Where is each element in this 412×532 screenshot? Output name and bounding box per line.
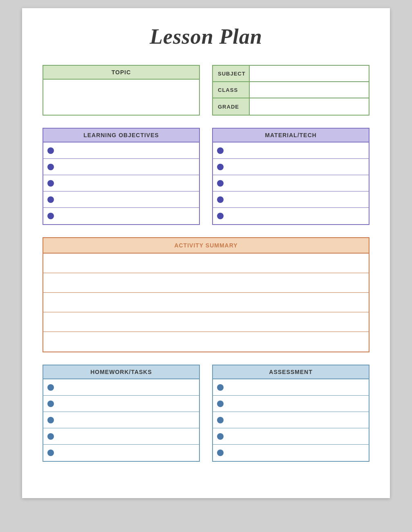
activity-row-3[interactable] (43, 312, 369, 332)
assess-row-4[interactable] (213, 445, 369, 461)
bullet-dot-3 (47, 196, 54, 203)
assessment-header: ASSESSMENT (213, 365, 369, 379)
subject-label-2: GRADE (213, 98, 250, 115)
hw-row-0[interactable] (43, 379, 199, 396)
mat-dot-0 (217, 147, 224, 154)
top-row: TOPIC SUBJECT CLASS GRADE (43, 65, 369, 116)
obj-row-3[interactable] (43, 191, 199, 208)
subject-value-0[interactable] (250, 66, 369, 81)
assessment-box: ASSESSMENT (212, 365, 369, 462)
bullet-dot-1 (47, 164, 54, 170)
activity-row-0[interactable] (43, 254, 369, 273)
subject-row-1: CLASS (213, 82, 369, 98)
bullet-dot-0 (47, 147, 54, 154)
subject-value-1[interactable] (250, 82, 369, 98)
assess-dot-4 (217, 450, 224, 456)
homework-box: HOMEWORK/TASKS (43, 365, 200, 462)
activity-row-1[interactable] (43, 273, 369, 293)
hw-row-1[interactable] (43, 396, 199, 412)
topic-header: TOPIC (43, 66, 199, 80)
activity-row-2[interactable] (43, 293, 369, 312)
objectives-box: LEARNING OBJECTIVES (43, 128, 200, 225)
material-header: MATERIAL/TECH (213, 129, 369, 142)
subject-row-2: GRADE (213, 98, 369, 115)
topic-box: TOPIC (43, 65, 200, 116)
subject-row-0: SUBJECT (213, 66, 369, 82)
assess-row-2[interactable] (213, 412, 369, 428)
mat-row-1[interactable] (213, 159, 369, 175)
mat-row-0[interactable] (213, 142, 369, 159)
hw-dot-2 (47, 417, 54, 423)
homework-header: HOMEWORK/TASKS (43, 365, 199, 379)
activity-row-4[interactable] (43, 332, 369, 352)
assess-dot-3 (217, 433, 224, 440)
assess-dot-1 (217, 401, 224, 407)
hw-dot-3 (47, 433, 54, 440)
mat-dot-4 (217, 213, 224, 219)
assess-dot-0 (217, 384, 224, 391)
subject-label-1: CLASS (213, 82, 250, 98)
hw-row-3[interactable] (43, 428, 199, 445)
subject-box: SUBJECT CLASS GRADE (212, 65, 369, 116)
hw-dot-4 (47, 450, 54, 456)
bullet-dot-4 (47, 213, 54, 219)
hw-row-2[interactable] (43, 412, 199, 428)
bullet-dot-2 (47, 180, 54, 187)
mat-row-4[interactable] (213, 208, 369, 224)
obj-row-1[interactable] (43, 159, 199, 175)
activity-header: ACTIVITY SUMMARY (43, 238, 369, 254)
objectives-row: LEARNING OBJECTIVES MATERIAL/TECH (43, 128, 369, 225)
obj-row-4[interactable] (43, 208, 199, 224)
page-title: Lesson Plan (43, 24, 369, 49)
mat-dot-1 (217, 164, 224, 170)
obj-row-0[interactable] (43, 142, 199, 159)
bottom-row: HOMEWORK/TASKS ASSESSMENT (43, 365, 369, 462)
assess-row-0[interactable] (213, 379, 369, 396)
mat-row-3[interactable] (213, 191, 369, 208)
subject-label-0: SUBJECT (213, 66, 250, 81)
obj-row-2[interactable] (43, 175, 199, 191)
assess-row-3[interactable] (213, 428, 369, 445)
objectives-header: LEARNING OBJECTIVES (43, 129, 199, 142)
hw-dot-0 (47, 384, 54, 391)
hw-row-4[interactable] (43, 445, 199, 461)
mat-row-2[interactable] (213, 175, 369, 191)
mat-dot-3 (217, 196, 224, 203)
assess-row-1[interactable] (213, 396, 369, 412)
topic-body[interactable] (43, 80, 199, 112)
lesson-plan-page: Lesson Plan TOPIC SUBJECT CLASS GRADE LE… (22, 8, 390, 498)
mat-dot-2 (217, 180, 224, 187)
hw-dot-1 (47, 401, 54, 407)
assess-dot-2 (217, 417, 224, 423)
subject-value-2[interactable] (250, 98, 369, 115)
activity-box: ACTIVITY SUMMARY (43, 237, 369, 352)
material-box: MATERIAL/TECH (212, 128, 369, 225)
